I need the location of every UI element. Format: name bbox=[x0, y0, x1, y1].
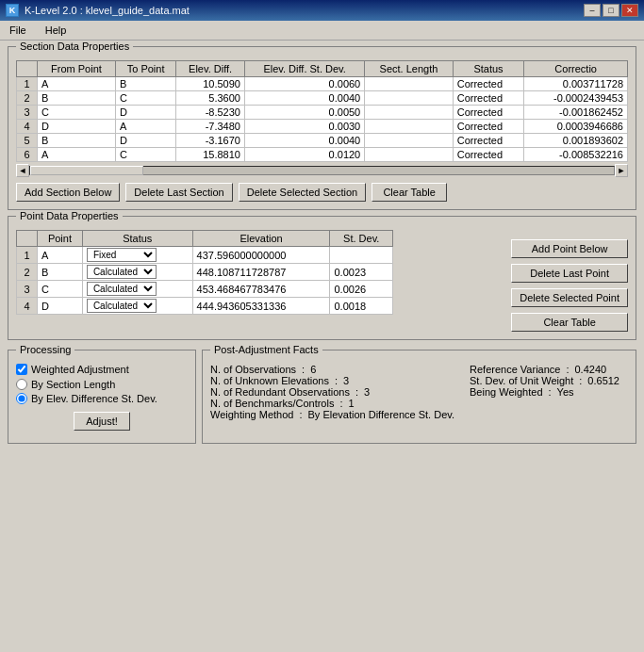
to-point[interactable]: A bbox=[115, 120, 175, 134]
elevation[interactable]: 448.108711728787 bbox=[192, 264, 330, 281]
section-table-scroll[interactable]: From Point To Point Elev. Diff. Elev. Di… bbox=[16, 60, 628, 162]
row-num: 5 bbox=[17, 134, 38, 148]
section-table-row[interactable]: 6 A C 15.8810 0.0120 Corrected -0.008532… bbox=[17, 148, 628, 162]
correction[interactable]: -0.0002439453 bbox=[524, 91, 628, 106]
delete-selected-point-button[interactable]: Delete Selected Point bbox=[511, 288, 628, 307]
point-status[interactable]: Fixed Calculated bbox=[82, 281, 192, 298]
section-table-row[interactable]: 4 D A -7.3480 0.0030 Corrected 0.0003946… bbox=[17, 120, 628, 134]
from-point[interactable]: A bbox=[38, 148, 116, 162]
section-scrollbar[interactable]: ◄ ► bbox=[16, 164, 628, 177]
status[interactable]: Corrected bbox=[453, 120, 524, 134]
point-status-select[interactable]: Fixed Calculated bbox=[87, 265, 157, 279]
from-point[interactable]: D bbox=[38, 120, 116, 134]
adjust-button[interactable]: Adjust! bbox=[74, 412, 130, 431]
to-point[interactable]: B bbox=[115, 77, 175, 91]
add-section-below-button[interactable]: Add Section Below bbox=[16, 183, 120, 202]
point-status[interactable]: Fixed Calculated bbox=[82, 298, 192, 315]
elev-diff[interactable]: -8.5230 bbox=[176, 106, 245, 120]
section-table-row[interactable]: 1 A B 10.5090 0.0060 Corrected 0.0037117… bbox=[17, 77, 628, 91]
correction[interactable]: 0.003711728 bbox=[524, 77, 628, 91]
st-dev[interactable]: 0.0018 bbox=[330, 298, 393, 315]
correction[interactable]: -0.008532216 bbox=[524, 148, 628, 162]
from-point[interactable]: B bbox=[38, 134, 116, 148]
correction[interactable]: 0.001893602 bbox=[524, 134, 628, 148]
maximize-button[interactable]: □ bbox=[603, 4, 619, 17]
point-table-row[interactable]: 3 C Fixed Calculated 453.468467783476 0.… bbox=[17, 281, 393, 298]
sect-len[interactable] bbox=[365, 77, 453, 91]
elev-diff-st[interactable]: 0.0040 bbox=[244, 91, 364, 106]
by-elev-diff-radio[interactable] bbox=[16, 393, 27, 404]
add-point-below-button[interactable]: Add Point Below bbox=[511, 239, 628, 258]
correction[interactable]: 0.0003946686 bbox=[524, 120, 628, 134]
status[interactable]: Corrected bbox=[453, 91, 524, 106]
sect-len[interactable] bbox=[365, 134, 453, 148]
col-elev-diff: Elev. Diff. bbox=[176, 61, 245, 77]
point-name[interactable]: C bbox=[38, 281, 83, 298]
point-status-select[interactable]: Fixed Calculated bbox=[87, 248, 157, 262]
from-point[interactable]: C bbox=[38, 106, 116, 120]
clear-section-table-button[interactable]: Clear Table bbox=[372, 183, 447, 202]
sect-len[interactable] bbox=[365, 120, 453, 134]
point-status[interactable]: Fixed Calculated bbox=[82, 264, 192, 281]
point-table-row[interactable]: 2 B Fixed Calculated 448.108711728787 0.… bbox=[17, 264, 393, 281]
elev-diff-st[interactable]: 0.0060 bbox=[244, 77, 364, 91]
point-status[interactable]: Fixed Calculated bbox=[82, 247, 192, 264]
scroll-thumb[interactable] bbox=[30, 166, 143, 175]
sect-len[interactable] bbox=[365, 106, 453, 120]
elevation[interactable]: 444.943605331336 bbox=[192, 298, 330, 315]
st-dev[interactable] bbox=[330, 247, 393, 264]
elev-diff-st[interactable]: 0.0040 bbox=[244, 134, 364, 148]
fact-value: Yes bbox=[557, 386, 574, 398]
elev-diff-st[interactable]: 0.0030 bbox=[244, 120, 364, 134]
to-point[interactable]: C bbox=[115, 148, 175, 162]
point-table-area: Point Status Elevation St. Dev. 1 A Fixe… bbox=[16, 230, 504, 332]
elev-diff[interactable]: 15.8810 bbox=[176, 148, 245, 162]
close-button[interactable]: ✕ bbox=[621, 4, 638, 17]
elev-diff[interactable]: 5.3600 bbox=[176, 91, 245, 106]
elev-diff-st[interactable]: 0.0120 bbox=[244, 148, 364, 162]
to-point[interactable]: C bbox=[115, 91, 175, 106]
delete-selected-section-button[interactable]: Delete Selected Section bbox=[239, 183, 366, 202]
scroll-left-btn[interactable]: ◄ bbox=[16, 164, 29, 177]
correction[interactable]: -0.001862452 bbox=[524, 106, 628, 120]
status[interactable]: Corrected bbox=[453, 148, 524, 162]
point-table-row[interactable]: 1 A Fixed Calculated 437.596000000000 bbox=[17, 247, 393, 264]
delete-last-point-button[interactable]: Delete Last Point bbox=[511, 264, 628, 283]
minimize-button[interactable]: – bbox=[584, 4, 601, 17]
sect-len[interactable] bbox=[365, 148, 453, 162]
st-dev[interactable]: 0.0023 bbox=[330, 264, 393, 281]
point-status-select[interactable]: Fixed Calculated bbox=[87, 282, 157, 296]
weighted-adj-checkbox[interactable] bbox=[16, 364, 27, 375]
delete-last-section-button[interactable]: Delete Last Section bbox=[125, 183, 232, 202]
menu-help[interactable]: Help bbox=[40, 23, 73, 38]
from-point[interactable]: B bbox=[38, 91, 116, 106]
to-point[interactable]: D bbox=[115, 106, 175, 120]
point-name[interactable]: D bbox=[38, 298, 83, 315]
elevation[interactable]: 437.596000000000 bbox=[192, 247, 330, 264]
elev-diff[interactable]: -3.1670 bbox=[176, 134, 245, 148]
status[interactable]: Corrected bbox=[453, 77, 524, 91]
elev-diff[interactable]: -7.3480 bbox=[176, 120, 245, 134]
scroll-right-btn[interactable]: ► bbox=[615, 164, 628, 177]
status[interactable]: Corrected bbox=[453, 134, 524, 148]
by-section-length-radio[interactable] bbox=[16, 379, 27, 390]
from-point[interactable]: A bbox=[38, 77, 116, 91]
clear-point-table-button[interactable]: Clear Table bbox=[511, 313, 628, 332]
sect-len[interactable] bbox=[365, 91, 453, 106]
fact-label: Weighting Method bbox=[210, 409, 293, 420]
point-name[interactable]: B bbox=[38, 264, 83, 281]
section-table-row[interactable]: 3 C D -8.5230 0.0050 Corrected -0.001862… bbox=[17, 106, 628, 120]
status[interactable]: Corrected bbox=[453, 106, 524, 120]
row-num: 3 bbox=[17, 281, 38, 298]
point-name[interactable]: A bbox=[38, 247, 83, 264]
elev-diff-st[interactable]: 0.0050 bbox=[244, 106, 364, 120]
section-table-row[interactable]: 5 B D -3.1670 0.0040 Corrected 0.0018936… bbox=[17, 134, 628, 148]
section-table-row[interactable]: 2 B C 5.3600 0.0040 Corrected -0.0002439… bbox=[17, 91, 628, 106]
elevation[interactable]: 453.468467783476 bbox=[192, 281, 330, 298]
st-dev[interactable]: 0.0026 bbox=[330, 281, 393, 298]
menu-file[interactable]: File bbox=[4, 23, 32, 38]
point-table-row[interactable]: 4 D Fixed Calculated 444.943605331336 0.… bbox=[17, 298, 393, 315]
to-point[interactable]: D bbox=[115, 134, 175, 148]
elev-diff[interactable]: 10.5090 bbox=[176, 77, 245, 91]
point-status-select[interactable]: Fixed Calculated bbox=[87, 299, 157, 313]
